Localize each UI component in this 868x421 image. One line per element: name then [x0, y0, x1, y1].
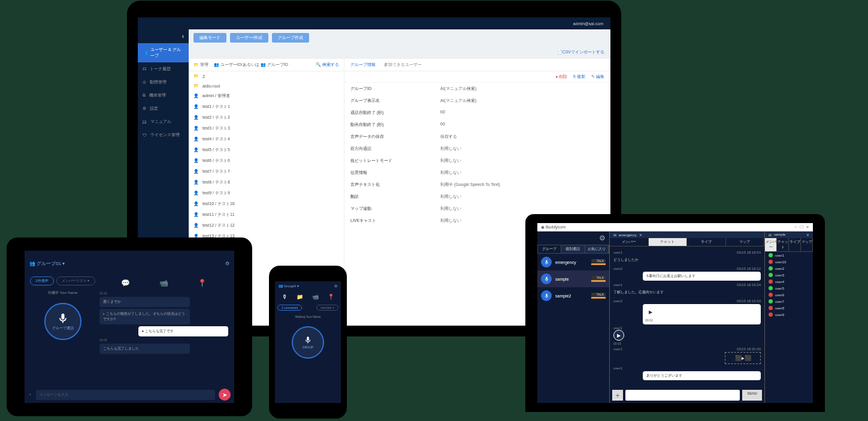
play-icon[interactable]: ▸: [103, 312, 105, 315]
connected-pill[interactable]: 2 connected: [277, 305, 302, 311]
panel-pin-icon[interactable]: ⊞: [613, 233, 616, 237]
user-item[interactable]: 👤test8 / テスト8: [189, 177, 344, 188]
user-email[interactable]: admin@sai.com: [573, 22, 603, 26]
send-button[interactable]: ➤: [219, 389, 231, 401]
view-tab[interactable]: 📍: [328, 294, 334, 300]
view-tab[interactable]: 📹: [312, 294, 319, 300]
user-item[interactable]: 👤test7 / テスト7: [189, 166, 344, 177]
attach-button[interactable]: ＋: [612, 390, 623, 401]
user-item[interactable]: 👤test4 / テスト4: [189, 134, 344, 145]
user-item[interactable]: user1: [765, 252, 813, 258]
info-tab[interactable]: 参加できるユーザー: [384, 62, 422, 68]
view-tab[interactable]: 📍: [183, 279, 221, 288]
group-selector[interactable]: 👥 GroupA ▾: [279, 284, 299, 288]
user-item[interactable]: 👤test10 / テスト10: [189, 199, 344, 209]
delete-button[interactable]: ● 削除: [555, 74, 567, 80]
sidebar-header[interactable]: 👥 ユーザー & グループ: [138, 43, 189, 62]
status-pill[interactable]: 2分後中: [30, 276, 53, 285]
panel-tab[interactable]: マップ: [801, 238, 813, 251]
property-key: 低ビットレートモード: [350, 158, 440, 164]
play-icon[interactable]: ▶: [613, 330, 624, 341]
user-item[interactable]: user10: [765, 258, 813, 265]
close-button[interactable]: ✕: [806, 225, 809, 230]
csv-import-link[interactable]: 📄CSVでインポートする: [189, 46, 610, 59]
user-item[interactable]: 👤test12 / テスト12: [189, 220, 344, 231]
edit-button[interactable]: ✎ 編集: [591, 74, 604, 80]
audio-message[interactable]: ▶00:02: [643, 304, 761, 324]
push-to-talk-button[interactable]: グループ通話: [44, 303, 81, 340]
user-item[interactable]: 👤test9 / テスト9: [189, 188, 344, 199]
user-item[interactable]: user3: [765, 272, 813, 278]
sidebar-item[interactable]: ⚙設定: [138, 102, 189, 115]
collapse-button[interactable]: ‹: [138, 29, 189, 43]
tab-icon: 📹: [147, 279, 181, 287]
panel-close-icon[interactable]: ✕: [639, 233, 642, 237]
group-mic-icon[interactable]: [541, 290, 552, 301]
side-tab[interactable]: グループ: [538, 245, 561, 253]
user-item[interactable]: 👤test1 / テスト1: [189, 101, 344, 112]
mode-tab[interactable]: グループ作成: [272, 33, 309, 43]
user-item[interactable]: user5: [765, 285, 813, 291]
chat-tab[interactable]: マップ: [726, 238, 765, 246]
push-to-talk-button[interactable]: GROUP: [292, 326, 324, 359]
add-icon[interactable]: ＋: [28, 392, 32, 398]
sidebar-item[interactable]: ◎動態管理: [138, 76, 189, 89]
sidebar-item[interactable]: 🕮マニュアル: [138, 115, 189, 128]
user-item[interactable]: user9: [765, 311, 813, 318]
user-item[interactable]: 👤test5 / テスト5: [189, 145, 344, 155]
member-pill[interactable]: member ▾: [316, 305, 338, 311]
group-mic-icon[interactable]: [541, 257, 552, 267]
chat-tab[interactable]: チャット: [649, 238, 688, 246]
info-tab[interactable]: グループ情報: [350, 62, 376, 68]
settings-icon[interactable]: ⚙: [334, 284, 337, 288]
user-item[interactable]: user6: [765, 291, 813, 298]
image-message[interactable]: ⬛▸⬛: [725, 352, 761, 364]
view-tab[interactable]: 📁: [297, 294, 303, 300]
sidebar-item[interactable]: 🛡ライセンス管理: [138, 128, 189, 142]
user-item[interactable]: 👤test3 / テスト3: [189, 123, 344, 134]
group-item[interactable]: emergencyTALK: [537, 254, 609, 270]
send-button[interactable]: SEND: [742, 390, 762, 401]
group-selector[interactable]: 👥 グループ01 ▾: [29, 260, 65, 267]
settings-icon[interactable]: ⚙: [225, 261, 229, 266]
play-icon[interactable]: ▶: [645, 306, 656, 317]
panel-close-icon[interactable]: ✕: [806, 233, 809, 237]
folder-item[interactable]: 📁Z: [189, 71, 344, 81]
minimize-button[interactable]: ─: [794, 225, 797, 230]
search-link[interactable]: 🔍 検索する: [316, 62, 339, 68]
user-item[interactable]: 👤test11 / テスト11: [189, 209, 344, 220]
side-tab[interactable]: 個別通話: [561, 245, 585, 253]
mode-tab[interactable]: 編集モード: [193, 33, 226, 43]
panel-tab[interactable]: チャット: [777, 238, 789, 251]
user-item[interactable]: 👤admin / 管理者: [189, 91, 344, 101]
member-list-pill[interactable]: メンバーリスト ▾: [56, 276, 95, 285]
message-input[interactable]: メッセージを入力: [36, 390, 215, 400]
user-item[interactable]: user8: [765, 305, 813, 311]
chat-tab[interactable]: ライブ: [687, 238, 726, 246]
user-item[interactable]: 👤test2 / テスト2: [189, 112, 344, 123]
group-mic-icon[interactable]: [541, 273, 552, 284]
group-item[interactable]: sampleTALK: [537, 270, 609, 287]
settings-icon[interactable]: ⚙: [537, 231, 609, 245]
panel-tab[interactable]: ライブ: [789, 238, 801, 251]
view-tab[interactable]: 📹: [145, 279, 183, 288]
user-item[interactable]: user4: [765, 278, 813, 285]
user-item[interactable]: 👤test6 / テスト6: [189, 155, 344, 166]
maximize-button[interactable]: ☐: [800, 225, 803, 230]
sidebar-item[interactable]: ☊トーク履歴: [138, 62, 189, 76]
side-tab[interactable]: お気に入り: [585, 245, 609, 253]
user-item[interactable]: user7: [765, 298, 813, 305]
view-tab[interactable]: 💬: [107, 279, 145, 288]
sidebar-item[interactable]: ⧉機体管理: [138, 89, 189, 102]
user-item[interactable]: user2: [765, 265, 813, 272]
group-item[interactable]: sample2TALK: [537, 287, 609, 304]
audio-message[interactable]: ▶00:03: [613, 330, 761, 345]
view-tab[interactable]: 🎙: [282, 294, 288, 300]
chat-input[interactable]: [625, 390, 740, 401]
mode-tab[interactable]: ユーザー/作成: [230, 33, 268, 43]
copy-button[interactable]: ⎘ 複製: [573, 74, 585, 80]
chat-tab[interactable]: メンバー: [610, 238, 649, 246]
folder-item[interactable]: 📁aldio-root: [189, 81, 344, 91]
panel-tab[interactable]: メンバー: [765, 238, 777, 251]
panel-pin-icon[interactable]: ⊞: [769, 233, 772, 237]
